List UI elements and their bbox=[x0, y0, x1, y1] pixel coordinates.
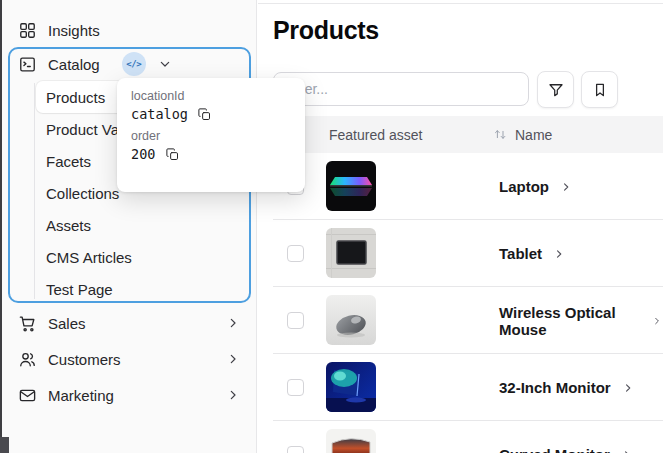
sidebar-item-cms-articles[interactable]: CMS Articles bbox=[36, 241, 241, 273]
sidebar-item-label: Marketing bbox=[48, 387, 114, 404]
column-header-featured-asset: Featured asset bbox=[329, 127, 422, 143]
product-name: Tablet bbox=[499, 245, 542, 262]
tooltip-field-label: order bbox=[131, 129, 291, 143]
products-table: Featured asset Name bbox=[273, 116, 663, 453]
product-name: Laptop bbox=[499, 178, 549, 195]
table-header-row: Featured asset Name bbox=[273, 116, 663, 153]
bookmark-icon bbox=[591, 81, 609, 99]
chevron-right-icon bbox=[225, 351, 241, 367]
copy-button[interactable] bbox=[164, 146, 180, 162]
table-row[interactable]: Wireless Optical Mouse bbox=[273, 287, 663, 354]
table-row[interactable]: Curved Monitor bbox=[273, 421, 663, 453]
row-checkbox[interactable] bbox=[287, 446, 304, 453]
chevron-right-icon bbox=[620, 448, 634, 453]
sidebar-item-customers[interactable]: Customers bbox=[8, 343, 251, 375]
square-terminal-icon bbox=[18, 55, 37, 74]
product-thumbnail-laptop bbox=[326, 161, 376, 211]
table-row[interactable]: Tablet bbox=[273, 220, 663, 287]
window-corner-fragment bbox=[0, 437, 9, 453]
product-name-cell: Tablet bbox=[499, 220, 566, 287]
copy-button[interactable] bbox=[197, 106, 213, 122]
dev-mode-code-badge[interactable]: </> bbox=[122, 52, 146, 76]
layout-grid-icon bbox=[18, 21, 37, 40]
tooltip-field-row: catalog bbox=[131, 106, 291, 122]
chevron-right-icon bbox=[225, 315, 241, 331]
bookmark-button[interactable] bbox=[581, 71, 618, 108]
table-row[interactable]: 32-Inch Monitor bbox=[273, 354, 663, 421]
product-name: Wireless Optical Mouse bbox=[499, 304, 641, 338]
sort-arrows-icon bbox=[493, 127, 508, 142]
tooltip-field-row: 200 bbox=[131, 146, 291, 162]
filter-button[interactable] bbox=[537, 71, 574, 108]
main-content: Products Featured asset bbox=[258, 0, 663, 453]
sidebar-item-assets[interactable]: Assets bbox=[36, 209, 241, 241]
sidebar-nav: Insights Catalog </> Products bbox=[2, 0, 257, 453]
mail-icon bbox=[18, 386, 37, 405]
copy-icon bbox=[197, 107, 212, 122]
column-header-name: Name bbox=[515, 127, 552, 143]
copy-icon bbox=[165, 147, 180, 162]
users-icon bbox=[18, 350, 37, 369]
tooltip-field-value: catalog bbox=[131, 106, 188, 122]
product-thumbnail-tablet bbox=[326, 228, 376, 278]
table-toolbar bbox=[273, 71, 663, 107]
sidebar-item-label: Catalog bbox=[48, 56, 100, 73]
sub-item-label: Test Page bbox=[46, 281, 113, 298]
dev-location-tooltip: locationId catalog order 200 bbox=[117, 78, 305, 192]
window-left-edge bbox=[0, 0, 2, 453]
sub-item-label: Collections bbox=[46, 185, 119, 202]
product-name-cell: Laptop bbox=[499, 153, 573, 220]
table-row[interactable]: Laptop bbox=[273, 153, 663, 220]
chevron-right-icon bbox=[225, 387, 241, 403]
sidebar-item-insights[interactable]: Insights bbox=[8, 14, 251, 46]
tooltip-field-label: locationId bbox=[131, 89, 291, 103]
sidebar-item-label: Customers bbox=[48, 351, 121, 368]
sub-item-label: Products bbox=[46, 89, 105, 106]
admin-dashboard: Insights Catalog </> Products bbox=[0, 0, 663, 453]
page-title: Products bbox=[273, 16, 379, 45]
chevron-right-icon bbox=[651, 314, 663, 328]
sidebar-item-catalog[interactable]: Catalog </> bbox=[10, 49, 249, 79]
product-name-cell: Curved Monitor bbox=[499, 421, 634, 453]
sidebar-item-label: Sales bbox=[48, 315, 86, 332]
row-checkbox[interactable] bbox=[287, 312, 304, 329]
sidebar-item-label: Insights bbox=[48, 22, 100, 39]
chevron-down-icon[interactable] bbox=[157, 56, 173, 72]
column-header-name-sort[interactable]: Name bbox=[493, 127, 552, 143]
product-name-cell: Wireless Optical Mouse bbox=[499, 287, 663, 354]
sub-item-label: CMS Articles bbox=[46, 249, 132, 266]
product-name-cell: 32-Inch Monitor bbox=[499, 354, 635, 421]
product-thumbnail-mouse bbox=[326, 295, 376, 345]
product-name: 32-Inch Monitor bbox=[499, 379, 611, 396]
product-thumbnail-curved-monitor bbox=[326, 429, 376, 453]
tooltip-field-value: 200 bbox=[131, 146, 155, 162]
chevron-right-icon bbox=[552, 247, 566, 261]
product-thumbnail-monitor bbox=[326, 362, 376, 412]
sidebar-item-marketing[interactable]: Marketing bbox=[8, 379, 251, 411]
sub-item-label: Assets bbox=[46, 217, 91, 234]
row-checkbox[interactable] bbox=[287, 379, 304, 396]
indent-guide-line bbox=[34, 83, 35, 299]
filter-input[interactable] bbox=[273, 72, 529, 106]
chevron-right-icon bbox=[621, 381, 635, 395]
chevron-right-icon bbox=[559, 180, 573, 194]
sidebar-item-sales[interactable]: Sales bbox=[8, 307, 251, 339]
row-checkbox[interactable] bbox=[287, 245, 304, 262]
product-name: Curved Monitor bbox=[499, 446, 610, 453]
sidebar-item-test-page[interactable]: Test Page bbox=[36, 273, 241, 305]
top-divider bbox=[258, 3, 663, 4]
sub-item-label: Facets bbox=[46, 153, 91, 170]
shopping-cart-icon bbox=[18, 314, 37, 333]
funnel-icon bbox=[547, 81, 565, 99]
